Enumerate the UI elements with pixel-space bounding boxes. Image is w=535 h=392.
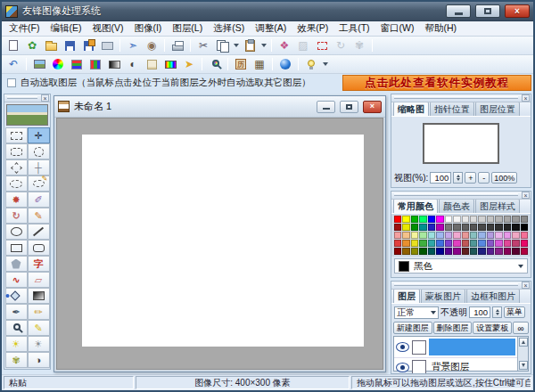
- undo-icon[interactable]: ↶: [4, 56, 22, 72]
- color-swatch[interactable]: [495, 240, 502, 247]
- layer-visibility-eye-icon[interactable]: [396, 363, 409, 372]
- layer-list-scrollbar[interactable]: [517, 337, 528, 371]
- tips-dropdown-icon[interactable]: [321, 56, 329, 72]
- color-swatch[interactable]: [411, 248, 418, 255]
- navigator-tab-1[interactable]: 缩略图: [393, 102, 429, 116]
- layer-link-button[interactable]: ∞: [513, 322, 529, 334]
- color-swatch[interactable]: [445, 224, 452, 231]
- color-swatch[interactable]: [487, 248, 494, 255]
- color-swatch[interactable]: [487, 232, 494, 239]
- layer-action-button-3[interactable]: 设置蒙板: [473, 322, 512, 334]
- color-swatch[interactable]: [411, 240, 418, 247]
- layer-row[interactable]: [394, 337, 517, 358]
- tool-polygon-shape[interactable]: [5, 256, 28, 272]
- rotate-icon[interactable]: ↻: [332, 37, 350, 53]
- color-swatch[interactable]: [470, 248, 477, 255]
- selected-color-dropdown[interactable]: 黑色: [394, 258, 528, 274]
- color-swatch[interactable]: [462, 216, 469, 223]
- layers-panel-header[interactable]: ×: [391, 282, 531, 290]
- tool-move[interactable]: ✛: [28, 127, 50, 143]
- camera-icon[interactable]: ◉: [143, 37, 160, 53]
- color-swatch[interactable]: [419, 216, 426, 223]
- color-swatch[interactable]: [521, 224, 528, 231]
- layer-visibility-eye-icon[interactable]: [396, 342, 409, 352]
- open-folder-icon[interactable]: [42, 37, 60, 53]
- copy-dropdown-icon[interactable]: [232, 37, 240, 53]
- cut-icon[interactable]: ✂: [194, 37, 212, 53]
- close-panel-icon[interactable]: ×: [522, 282, 530, 289]
- color-swatch[interactable]: [512, 240, 519, 247]
- tool-fill-bucket[interactable]: [5, 288, 28, 304]
- tool-ellipse-select[interactable]: [28, 143, 50, 159]
- tool-zoom[interactable]: [5, 320, 28, 336]
- tool-lighten[interactable]: ☀: [5, 336, 28, 352]
- tool-polygon-select[interactable]: [5, 159, 28, 176]
- print-icon[interactable]: [169, 37, 186, 53]
- menu-item-10[interactable]: 窗口(W): [375, 21, 420, 36]
- color-swatch[interactable]: [436, 248, 443, 255]
- color-swatch[interactable]: [419, 248, 426, 255]
- layers-tab-2[interactable]: 蒙板图片: [421, 289, 465, 303]
- arrow-icon[interactable]: ➤: [180, 56, 198, 72]
- document-titlebar[interactable]: 未命名 1 ×: [54, 96, 385, 118]
- color-swatch[interactable]: [495, 248, 502, 255]
- color-swatch[interactable]: [445, 248, 452, 255]
- color-swatch[interactable]: [462, 224, 469, 231]
- rgb-bars-icon[interactable]: [86, 56, 104, 72]
- color-swatch[interactable]: [512, 224, 519, 231]
- maximize-button[interactable]: [475, 4, 500, 18]
- menu-item-9[interactable]: 工具(T): [333, 21, 374, 36]
- scroll-up-icon[interactable]: [519, 338, 528, 347]
- color-swatch[interactable]: [453, 224, 460, 231]
- opacity-input[interactable]: 100: [469, 306, 490, 318]
- image-canvas[interactable]: [82, 135, 364, 347]
- document-minimize-button[interactable]: [317, 101, 335, 113]
- color-swatch[interactable]: [495, 224, 502, 231]
- tips-bulb-icon[interactable]: [302, 56, 320, 72]
- color-swatch[interactable]: [504, 232, 511, 239]
- color-swatch[interactable]: [521, 240, 528, 247]
- layers-tab-1[interactable]: 图层: [393, 289, 420, 303]
- tool-highlighter[interactable]: ✎: [28, 320, 50, 336]
- minimize-button[interactable]: [446, 4, 471, 18]
- color-swatch[interactable]: [402, 224, 409, 231]
- color-swatch[interactable]: [504, 224, 511, 231]
- tool-gradient-fill[interactable]: [28, 288, 50, 304]
- color-swatch[interactable]: [394, 248, 401, 255]
- navigator-tab-3[interactable]: 图层位置: [475, 102, 520, 116]
- color-swatch[interactable]: [428, 240, 435, 247]
- colors-tab-1[interactable]: 常用颜色: [393, 199, 438, 213]
- navigator-tab-2[interactable]: 指针位置: [430, 102, 474, 116]
- color-swatch[interactable]: [453, 240, 460, 247]
- photo-adjust-icon[interactable]: [30, 56, 48, 72]
- color-swatch[interactable]: [521, 216, 528, 223]
- color-swatch[interactable]: [521, 248, 528, 255]
- zoom-out-button[interactable]: -: [478, 172, 490, 184]
- tool-darken[interactable]: ☀: [28, 336, 50, 352]
- navigator-panel-header[interactable]: ×: [391, 94, 531, 102]
- color-swatch[interactable]: [394, 232, 401, 239]
- color-swatch[interactable]: [428, 216, 435, 223]
- color-swatch[interactable]: [445, 216, 452, 223]
- tool-pen[interactable]: ✏: [28, 304, 50, 320]
- color-picker-icon[interactable]: [206, 56, 224, 72]
- color-swatch[interactable]: [419, 240, 426, 247]
- color-swatch[interactable]: [428, 248, 435, 255]
- color-swatch[interactable]: [394, 240, 401, 247]
- color-swatch[interactable]: [521, 232, 528, 239]
- tool-rect-select[interactable]: [5, 127, 28, 143]
- new-document-icon[interactable]: [4, 37, 22, 53]
- tool-line[interactable]: [28, 224, 50, 240]
- layer-action-button-2[interactable]: 删除图层: [433, 322, 473, 334]
- menu-item-7[interactable]: 调整(A): [250, 21, 292, 36]
- zoom-100-button[interactable]: 100%: [491, 172, 517, 184]
- menu-item-4[interactable]: 图像(I): [128, 21, 167, 36]
- view-zoom-spinner[interactable]: [453, 172, 463, 184]
- color-swatch[interactable]: [487, 224, 494, 231]
- color-swatch[interactable]: [411, 216, 418, 223]
- navigator-thumbnail[interactable]: [423, 123, 499, 164]
- menu-item-3[interactable]: 视图(V): [86, 21, 128, 36]
- color-swatch[interactable]: [428, 224, 435, 231]
- color-swatch[interactable]: [436, 232, 443, 239]
- tool-transform[interactable]: ↻: [5, 208, 28, 224]
